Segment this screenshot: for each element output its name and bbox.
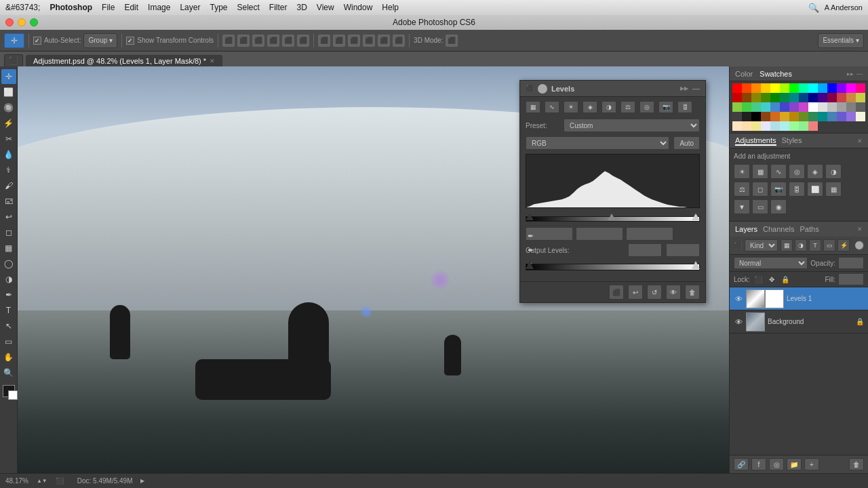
swatch-item[interactable]	[846, 83, 856, 93]
panel-menu-icon[interactable]: ▸▸	[680, 84, 688, 93]
filter-adj-icon[interactable]: ◑	[795, 239, 807, 251]
prev-state-icon[interactable]: ↩	[628, 285, 643, 300]
swatch-item[interactable]	[856, 102, 865, 112]
zoom-tool[interactable]: 🔍	[1, 365, 16, 380]
gradient-tool[interactable]: ▦	[1, 241, 16, 256]
swatch-item[interactable]	[846, 112, 856, 121]
history-brush-tool[interactable]: ↩	[1, 209, 16, 224]
distribute-icon6[interactable]: ⬛	[393, 35, 405, 47]
adj-channel-icon[interactable]: 🎛	[789, 182, 805, 197]
menu-edit[interactable]: Edit	[124, 3, 138, 12]
auto-select-checkbox[interactable]	[33, 37, 41, 45]
filter-shape-icon[interactable]: ▭	[823, 239, 835, 251]
swatch-item[interactable]	[742, 112, 751, 121]
swatch-item[interactable]	[761, 112, 770, 121]
tab-paths[interactable]: Paths	[800, 225, 819, 233]
levels-bw-icon[interactable]: ◎	[639, 101, 654, 113]
dodge-tool[interactable]: ◑	[1, 272, 16, 287]
reset-icon[interactable]: ↺	[647, 285, 662, 300]
swatch-item[interactable]	[789, 102, 799, 112]
swatch-item[interactable]	[732, 83, 742, 93]
clip-layer-icon[interactable]: ⬛	[609, 285, 624, 300]
levels-vibrance-icon[interactable]: ◈	[583, 101, 597, 113]
swatch-item[interactable]	[789, 121, 799, 131]
swatch-item[interactable]	[837, 102, 846, 112]
fill-input[interactable]: 100%	[838, 273, 864, 285]
3d-icon[interactable]: ⬛	[446, 35, 458, 47]
menu-3d[interactable]: 3D	[297, 3, 307, 12]
adj-bw-icon[interactable]: ◻	[752, 182, 768, 197]
levels-mix-icon[interactable]: 🎛	[677, 101, 692, 113]
levels-histogram-icon[interactable]: ▦	[526, 101, 540, 113]
menu-file[interactable]: File	[102, 3, 115, 12]
menu-image[interactable]: Image	[148, 3, 170, 12]
swatch-item[interactable]	[780, 121, 789, 131]
swatch-item[interactable]	[856, 112, 865, 121]
swatch-item[interactable]	[742, 121, 751, 131]
swatch-item[interactable]	[742, 102, 751, 112]
swatch-item[interactable]	[761, 121, 770, 131]
adj-brightness-icon[interactable]: ☀	[734, 164, 750, 179]
black-eyedropper[interactable]: ✒	[524, 230, 536, 242]
swatch-item[interactable]	[761, 102, 770, 112]
swatch-item[interactable]	[770, 93, 780, 102]
add-style-icon[interactable]: f	[751, 458, 766, 470]
swatch-item[interactable]	[780, 83, 789, 93]
adj-close-icon[interactable]: ✕	[857, 138, 863, 144]
path-select-tool[interactable]: ↖	[1, 319, 16, 333]
swatch-item[interactable]	[751, 121, 761, 131]
swatch-item[interactable]	[761, 83, 770, 93]
swatch-item[interactable]	[780, 93, 789, 102]
doc-panel-toggle[interactable]: ⬛	[4, 54, 23, 66]
swatch-item[interactable]	[827, 112, 837, 121]
delete-layer-icon[interactable]: 🗑	[849, 458, 864, 470]
swatch-item[interactable]	[770, 102, 780, 112]
search-icon[interactable]: 🔍	[808, 3, 819, 13]
levels-curve-icon[interactable]: ∿	[545, 101, 559, 113]
foreground-color[interactable]	[3, 385, 15, 397]
apple-menu[interactable]: &#63743;	[5, 3, 40, 12]
brush-tool[interactable]: 🖌	[1, 178, 16, 193]
eraser-tool[interactable]: ◻	[1, 225, 16, 240]
swatch-item[interactable]	[732, 102, 742, 112]
adj-curves-icon[interactable]: ∿	[770, 164, 787, 179]
distribute-icon1[interactable]: ⬛	[318, 35, 330, 47]
zoom-arrows[interactable]: ▲▼	[37, 478, 47, 484]
swatch-item[interactable]	[799, 83, 808, 93]
levels-colorbal-icon[interactable]: ⚖	[620, 101, 635, 113]
adj-gradient-icon[interactable]: ▭	[752, 199, 768, 214]
preset-select[interactable]: Custom	[564, 119, 700, 132]
swatch-item[interactable]	[856, 83, 865, 93]
healing-tool[interactable]: ⚕	[1, 163, 16, 178]
swatch-item[interactable]	[799, 102, 808, 112]
input-white-field[interactable]: 255	[626, 227, 673, 241]
filter-smart-icon[interactable]: ⚡	[837, 239, 850, 251]
align-bottom-icon[interactable]: ⬛	[297, 35, 309, 47]
swatch-item[interactable]	[846, 102, 856, 112]
levels-exposure-icon[interactable]: ☀	[564, 101, 578, 113]
clone-tool[interactable]: 🖃	[1, 194, 16, 209]
levels-hue-icon[interactable]: ◑	[601, 101, 616, 113]
swatch-item[interactable]	[742, 83, 751, 93]
swatch-item[interactable]	[808, 112, 818, 121]
white-slider-handle[interactable]	[692, 214, 700, 220]
levels-photo-icon[interactable]: 📷	[658, 101, 673, 113]
delete-icon[interactable]: 🗑	[685, 285, 700, 300]
add-mask-icon[interactable]: ◎	[769, 458, 784, 470]
close-button[interactable]	[5, 18, 14, 26]
link-layers-icon[interactable]: 🔗	[734, 458, 749, 470]
adj-photo-icon[interactable]: 📷	[770, 182, 787, 197]
minimize-button[interactable]	[18, 18, 26, 26]
distribute-icon2[interactable]: ⬛	[333, 35, 345, 47]
swatch-item[interactable]	[799, 112, 808, 121]
swatch-item[interactable]	[742, 93, 751, 102]
swatch-item[interactable]	[770, 121, 780, 131]
swatch-item[interactable]	[837, 83, 846, 93]
align-right-icon[interactable]: ⬛	[252, 35, 264, 47]
distribute-icon3[interactable]: ⬛	[348, 35, 360, 47]
swatch-item[interactable]	[751, 83, 761, 93]
swatch-item[interactable]	[818, 102, 827, 112]
swatch-item[interactable]	[799, 121, 808, 131]
swatch-item[interactable]	[780, 112, 789, 121]
swatch-item[interactable]	[770, 112, 780, 121]
